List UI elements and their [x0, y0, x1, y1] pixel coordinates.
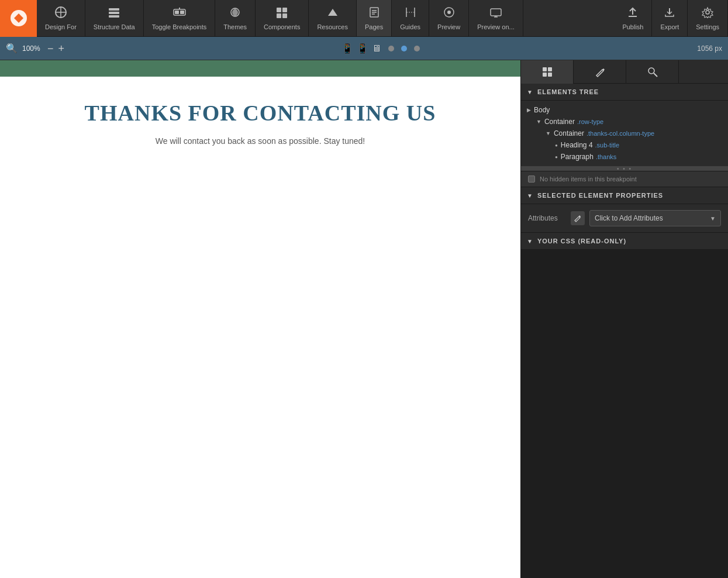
divider-handle[interactable]: • • • [521, 166, 728, 171]
zoom-in-button[interactable]: + [58, 43, 65, 54]
toolbar-themes[interactable]: Themes [215, 0, 256, 36]
toolbar: Design For Structure Data T [0, 0, 728, 37]
tree-heading4-class: .sub-title [595, 142, 620, 149]
svg-rect-9 [180, 11, 184, 14]
toolbar-guides[interactable]: Guides [392, 0, 429, 36]
zoom-out-button[interactable]: − [47, 43, 54, 54]
svg-point-23 [447, 11, 451, 14]
toolbar-pages[interactable]: Pages [357, 0, 392, 36]
phone-icon[interactable]: 📱 [341, 43, 353, 54]
panel-view-icons [521, 60, 728, 84]
elements-tree-title: ELEMENTS TREE [537, 88, 599, 95]
tree-paragraph-name: Paragraph [561, 153, 594, 161]
hidden-items-bar: No hidden items in this breakpoint [521, 171, 728, 187]
toolbar-toggle-breakpoints[interactable]: Toggle Breakpoints [144, 0, 216, 36]
pen-view-icon[interactable] [574, 60, 626, 84]
toolbar-structure-data[interactable]: Structure Data [85, 0, 144, 36]
preview-label: Preview [437, 23, 460, 30]
tree-row-heading4[interactable]: ● Heading 4 .sub-title [549, 139, 728, 151]
guides-icon [404, 6, 417, 21]
themes-label: Themes [223, 23, 247, 30]
settings-icon [701, 6, 714, 21]
components-icon [275, 6, 288, 21]
second-bar: 🔍 100% − + 📱 📱 🖥 1056 px [0, 37, 728, 60]
desktop-icon[interactable]: 🖥 [372, 43, 381, 54]
search-icon[interactable]: 🔍 [6, 43, 18, 54]
svg-rect-32 [548, 73, 552, 77]
svg-rect-6 [109, 15, 119, 18]
tree-body-children: ▼ Container .row-type ▼ Container .thank… [521, 116, 728, 163]
canvas-header-bar [0, 60, 520, 77]
pages-label: Pages [365, 23, 383, 30]
hidden-checkbox[interactable] [528, 176, 535, 183]
tree-container2-class: .thanks-col.column-type [586, 130, 654, 137]
attributes-label: Attributes [528, 214, 566, 222]
svg-rect-8 [175, 11, 179, 14]
toolbar-components[interactable]: Components [256, 0, 309, 36]
svg-rect-29 [543, 67, 547, 71]
tree-container2-name: Container [554, 129, 584, 137]
tree-heading4-bullet: ● [555, 143, 558, 148]
toolbar-settings[interactable]: Settings [688, 0, 728, 36]
resources-icon [326, 6, 339, 21]
hidden-items-text: No hidden items in this breakpoint [540, 176, 637, 183]
pages-icon [368, 6, 381, 21]
attributes-row: Attributes Click to Add Attributes ▼ [521, 204, 728, 233]
tree-item-container2: ▼ Container .thanks-col.column-type ● He… [540, 128, 728, 163]
tree-row-container2[interactable]: ▼ Container .thanks-col.column-type [540, 128, 728, 139]
search-panel-icon[interactable] [626, 60, 679, 84]
tree-body-arrow: ▶ [527, 107, 531, 113]
svg-rect-13 [277, 13, 281, 18]
right-panel: ▼ ELEMENTS TREE ▶ Body ▼ Container .row-… [520, 60, 728, 578]
breakpoint-dot-1 [388, 46, 394, 51]
tablet-icon[interactable]: 📱 [357, 43, 368, 54]
css-editor[interactable] [521, 250, 728, 578]
selected-props-header[interactable]: ▼ SELECTED ELEMENT PROPERTIES [521, 187, 728, 204]
selected-props-arrow: ▼ [527, 192, 533, 199]
main-area: THANKS FOR CONTACTING US We will contact… [0, 60, 728, 578]
selected-props-content: Attributes Click to Add Attributes ▼ [521, 204, 728, 233]
svg-point-33 [648, 68, 654, 74]
resources-label: Resources [317, 23, 348, 30]
toolbar-resources[interactable]: Resources [309, 0, 357, 36]
toolbar-export[interactable]: Export [652, 0, 688, 36]
elements-tree-header[interactable]: ▼ ELEMENTS TREE [521, 84, 728, 101]
tree-paragraph-bullet: ● [555, 154, 558, 160]
zoom-controls: 🔍 100% − + [6, 43, 64, 54]
preview-on-label: Preview on... [477, 23, 515, 30]
zoom-level: 100% [22, 44, 43, 53]
tree-container1-name: Container [544, 118, 575, 126]
svg-rect-4 [109, 8, 119, 11]
svg-rect-11 [277, 8, 281, 12]
your-css-header[interactable]: ▼ YOUR CSS (READ-ONLY) [521, 233, 728, 250]
tree-container1-class: .row-type [577, 118, 603, 125]
toggle-breakpoints-icon [173, 6, 186, 21]
attributes-edit-button[interactable] [571, 211, 585, 225]
attributes-dropdown[interactable]: Click to Add Attributes ▼ [589, 210, 721, 226]
toolbar-publish[interactable]: Publish [614, 0, 652, 36]
selected-props-title: SELECTED ELEMENT PROPERTIES [537, 192, 663, 199]
tree-row-paragraph[interactable]: ● Paragraph .thanks [549, 151, 728, 163]
preview-icon [443, 6, 456, 21]
svg-line-34 [654, 73, 657, 77]
export-icon [663, 6, 676, 21]
your-css-title: YOUR CSS (READ-ONLY) [537, 238, 626, 245]
tree-item-container1: ▼ Container .row-type ▼ Container .thank… [530, 116, 728, 163]
settings-label: Settings [696, 23, 719, 30]
app-logo[interactable] [0, 0, 37, 37]
toolbar-preview[interactable]: Preview [429, 0, 469, 36]
toggle-breakpoints-label: Toggle Breakpoints [152, 23, 207, 30]
tree-body-name: Body [534, 106, 550, 114]
publish-label: Publish [622, 23, 643, 30]
your-css-arrow: ▼ [527, 238, 533, 245]
canvas-content[interactable]: THANKS FOR CONTACTING US We will contact… [0, 77, 520, 578]
breakpoint-dot-3 [414, 46, 420, 51]
tree-row-container1[interactable]: ▼ Container .row-type [530, 116, 728, 128]
toolbar-preview-on[interactable]: Preview on... [469, 0, 523, 36]
publish-icon [626, 6, 639, 21]
grid-view-icon[interactable] [521, 60, 574, 84]
tree-row-body[interactable]: ▶ Body [521, 104, 728, 116]
tree-container2-arrow: ▼ [546, 130, 551, 136]
toolbar-design-for[interactable]: Design For [37, 0, 85, 36]
svg-rect-14 [282, 13, 287, 18]
